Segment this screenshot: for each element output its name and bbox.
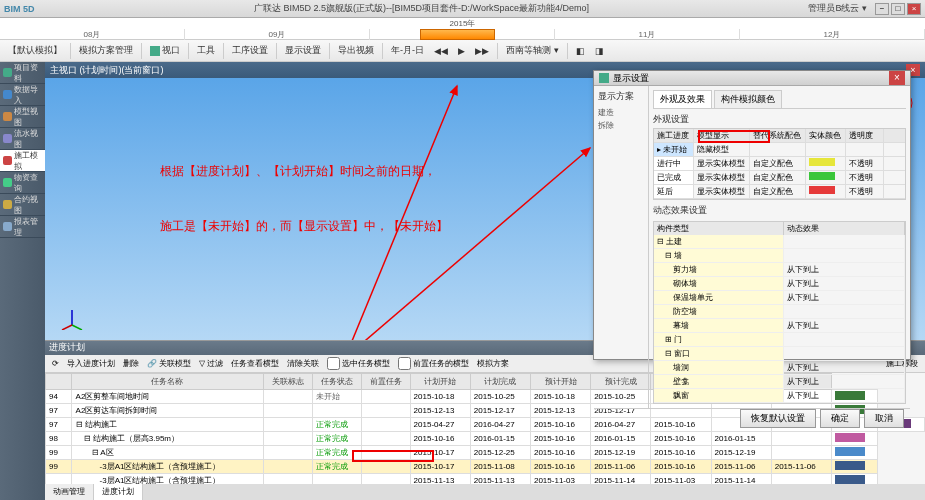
plan-manage-button[interactable]: 模拟方案管理 xyxy=(75,42,137,59)
status-grid[interactable]: 施工进度模型显示替代系统配色实体颜色透明度▸ 未开始隐藏模型进行中显示实体模型自… xyxy=(653,128,906,200)
color-chip xyxy=(835,433,865,442)
table-col[interactable]: 计划完成 xyxy=(470,374,530,390)
component-row[interactable]: 剪力墙从下到上 xyxy=(654,263,905,277)
status-row[interactable]: ▸ 未开始隐藏模型 xyxy=(654,143,905,157)
timeline-month[interactable]: 12月 xyxy=(740,29,925,40)
table-col[interactable]: 计划开始 xyxy=(410,374,470,390)
annotation-1: 根据【进度计划】、【计划开始】时间之前的日期， xyxy=(160,163,436,180)
scheme-item[interactable]: 建造 xyxy=(598,106,644,119)
timeline-month[interactable]: 09月 xyxy=(185,29,370,40)
dialog-close-icon[interactable]: × xyxy=(889,71,905,85)
sidebar-icon xyxy=(3,112,12,121)
dlg-tab-colors[interactable]: 构件模拟颜色 xyxy=(714,90,782,108)
table-col[interactable] xyxy=(46,374,72,390)
play-prev-icon[interactable]: ◀◀ xyxy=(430,44,452,58)
delete-button[interactable]: 删除 xyxy=(120,357,142,370)
timeline-month[interactable]: 11月 xyxy=(555,29,740,40)
export-button[interactable]: 导出视频 xyxy=(334,42,378,59)
render-icon-2[interactable]: ◨ xyxy=(591,44,608,58)
scheme-item[interactable]: 拆除 xyxy=(598,119,644,132)
tab-anim[interactable]: 动画管理 xyxy=(45,484,94,500)
timeline-month[interactable]: 08月 xyxy=(0,29,185,40)
task-view-button[interactable]: 任务查看横型 xyxy=(228,357,282,370)
sim-dropdown[interactable]: 【默认模拟】 xyxy=(4,42,66,59)
status-row[interactable]: 延后显示实体模型自定义配色不透明 xyxy=(654,185,905,199)
component-row[interactable]: 墙洞从下到上 xyxy=(654,361,905,375)
sidebar-item[interactable]: 项目资料 xyxy=(0,62,45,84)
table-col[interactable]: 关联标志 xyxy=(263,374,312,390)
color-chip xyxy=(835,447,865,456)
ok-button[interactable]: 确定 xyxy=(820,409,860,428)
sidebar-item[interactable]: 施工模拟 xyxy=(0,150,45,172)
sidebar-item[interactable]: 流水视图 xyxy=(0,128,45,150)
reset-button[interactable]: 恢复默认设置 xyxy=(740,409,816,428)
sidebar-label: 项目资料 xyxy=(14,62,45,84)
table-row[interactable]: 98 ⊟ 结构施工（层高3.95m）正常完成2015-10-162016-01-… xyxy=(46,432,925,446)
chk-selected[interactable]: 选中任务横型 xyxy=(324,356,393,371)
table-col[interactable]: 任务状态 xyxy=(312,374,361,390)
relate-button[interactable]: 🔗关联模型 xyxy=(144,357,194,370)
component-row[interactable]: ⊞ 门 xyxy=(654,333,905,347)
component-row[interactable]: 飘窗从下到上 xyxy=(654,389,905,403)
component-row[interactable]: ⊟ 土建 xyxy=(654,235,905,249)
play-icon[interactable]: ▶ xyxy=(454,44,469,58)
svg-line-6 xyxy=(345,86,457,340)
window-max[interactable]: □ xyxy=(891,3,905,15)
col-effect: 动态效果 xyxy=(784,222,905,235)
sidebar-label: 施工模拟 xyxy=(14,150,45,172)
view-mode-dropdown[interactable]: 西南等轴测 ▾ xyxy=(502,42,563,59)
sidebar-icon xyxy=(3,222,12,231)
display-settings-button[interactable]: 显示设置 xyxy=(281,42,325,59)
status-row[interactable]: 已完成显示实体模型自定义配色不透明 xyxy=(654,171,905,185)
component-row[interactable]: ⊟ 墙 xyxy=(654,249,905,263)
table-col[interactable]: 预计开始 xyxy=(530,374,590,390)
timeline[interactable]: 2015年 08月09月10月11月12月 xyxy=(0,18,925,40)
component-row[interactable]: 防空墙 xyxy=(654,305,905,319)
sidebar-icon xyxy=(3,178,12,187)
component-row[interactable]: 保温墙单元从下到上 xyxy=(654,291,905,305)
sidebar-item[interactable]: 数据导入 xyxy=(0,84,45,106)
dialog-title: 显示设置 xyxy=(613,72,649,85)
date-format[interactable]: 年-月-日 xyxy=(387,42,428,59)
timeline-selection[interactable] xyxy=(420,29,495,40)
sidebar-item[interactable]: 报表管理 xyxy=(0,216,45,238)
table-row[interactable]: 99 -3层A1区结构施工（含预埋施工）正常完成2015-10-172015-1… xyxy=(46,460,925,474)
table-col[interactable]: 任务名称 xyxy=(71,374,263,390)
render-icon[interactable]: ◧ xyxy=(572,44,589,58)
component-row[interactable]: 砌体墙从下到上 xyxy=(654,277,905,291)
display-settings-dialog: 显示设置 × 显示方案 建造 拆除 外观及效果 构件模拟颜色 外观设置 施工进度… xyxy=(593,70,911,360)
table-row[interactable]: -3层A1区结构施工（含预埋施工）2015-11-132015-11-13201… xyxy=(46,474,925,485)
table-col[interactable]: 前置任务 xyxy=(361,374,410,390)
sidebar-label: 数据导入 xyxy=(14,84,45,106)
tab-schedule[interactable]: 进度计划 xyxy=(94,484,143,500)
sidebar-item[interactable]: 合约视图 xyxy=(0,194,45,216)
sidebar-item[interactable]: 物资查询 xyxy=(0,172,45,194)
window-min[interactable]: − xyxy=(875,3,889,15)
axis-gizmo[interactable] xyxy=(60,305,85,330)
status-row[interactable]: 进行中显示实体模型自定义配色不透明 xyxy=(654,157,905,171)
clear-rel-button[interactable]: 清除关联 xyxy=(284,357,322,370)
sidebar-label: 流水视图 xyxy=(14,128,45,150)
user-menu[interactable]: 管理员B线云 ▾ xyxy=(808,2,867,15)
sidebar-icon xyxy=(3,90,12,99)
component-row[interactable]: 壁龛从下到上 xyxy=(654,375,905,389)
process-button[interactable]: 工序设置 xyxy=(228,42,272,59)
sidebar-icon xyxy=(3,156,12,165)
component-list[interactable]: 构件类型 动态效果 ⊟ 土建 ⊟ 墙 剪力墙从下到上 砌体墙从下到上 保温墙单元… xyxy=(653,221,906,404)
table-row[interactable]: 99 ⊟ A区正常完成2015-10-172015-12-252015-10-1… xyxy=(46,446,925,460)
highlight-box-dates xyxy=(352,450,434,462)
sidebar-item[interactable]: 模型视图 xyxy=(0,106,45,128)
cancel-button[interactable]: 取消 xyxy=(864,409,904,428)
filter-button[interactable]: ▽过滤 xyxy=(196,357,226,370)
component-row[interactable]: 幕墙从下到上 xyxy=(654,319,905,333)
tool-button[interactable]: 工具 xyxy=(193,42,219,59)
component-row[interactable]: ⊟ 窗口 xyxy=(654,347,905,361)
refresh-icon[interactable]: ⟳ xyxy=(49,358,62,369)
dlg-tab-appearance[interactable]: 外观及效果 xyxy=(653,90,712,108)
import-plan-button[interactable]: 导入进度计划 xyxy=(64,357,118,370)
chk-pre[interactable]: 前置任务的横型 xyxy=(395,356,472,371)
window-close[interactable]: × xyxy=(907,3,921,15)
viewport-button[interactable]: 视口 xyxy=(146,42,184,59)
col-comp-type: 构件类型 xyxy=(654,222,784,235)
play-next-icon[interactable]: ▶▶ xyxy=(471,44,493,58)
